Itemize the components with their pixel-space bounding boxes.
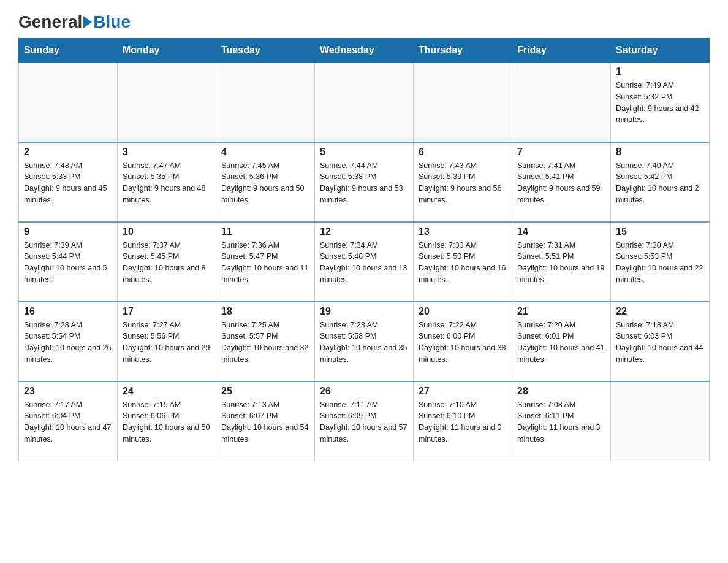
calendar-cell: 28Sunrise: 7:08 AMSunset: 6:11 PMDayligh…	[512, 381, 611, 461]
day-number: 28	[517, 386, 605, 397]
day-header-wednesday: Wednesday	[315, 39, 414, 63]
day-info: Sunrise: 7:25 AMSunset: 5:57 PMDaylight:…	[221, 320, 309, 366]
calendar-cell	[512, 63, 611, 142]
calendar-cell: 16Sunrise: 7:28 AMSunset: 5:54 PMDayligh…	[19, 302, 118, 381]
calendar-cell: 6Sunrise: 7:43 AMSunset: 5:39 PMDaylight…	[414, 142, 512, 222]
day-info: Sunrise: 7:33 AMSunset: 5:50 PMDaylight:…	[419, 240, 507, 286]
day-info: Sunrise: 7:20 AMSunset: 6:01 PMDaylight:…	[517, 320, 605, 366]
calendar-cell: 1Sunrise: 7:49 AMSunset: 5:32 PMDaylight…	[611, 63, 710, 142]
day-number: 12	[320, 226, 408, 237]
day-info: Sunrise: 7:30 AMSunset: 5:53 PMDaylight:…	[616, 240, 704, 286]
day-info: Sunrise: 7:11 AMSunset: 6:09 PMDaylight:…	[320, 399, 408, 445]
day-info: Sunrise: 7:27 AMSunset: 5:56 PMDaylight:…	[123, 320, 211, 366]
logo-arrow-icon	[83, 16, 92, 28]
day-info: Sunrise: 7:13 AMSunset: 6:07 PMDaylight:…	[221, 399, 309, 445]
day-number: 23	[24, 386, 112, 397]
day-header-friday: Friday	[512, 39, 611, 63]
day-info: Sunrise: 7:39 AMSunset: 5:44 PMDaylight:…	[24, 240, 112, 286]
day-header-thursday: Thursday	[414, 39, 512, 63]
day-number: 1	[616, 66, 704, 77]
day-info: Sunrise: 7:10 AMSunset: 6:10 PMDaylight:…	[419, 399, 507, 445]
day-info: Sunrise: 7:36 AMSunset: 5:47 PMDaylight:…	[221, 240, 309, 286]
day-number: 10	[123, 226, 211, 237]
logo-blue-text: Blue	[93, 12, 131, 32]
calendar-header-row: SundayMondayTuesdayWednesdayThursdayFrid…	[19, 39, 710, 63]
day-number: 5	[320, 147, 408, 158]
calendar-cell	[216, 63, 315, 142]
day-number: 21	[517, 306, 605, 317]
day-info: Sunrise: 7:48 AMSunset: 5:33 PMDaylight:…	[24, 160, 112, 206]
calendar-cell: 7Sunrise: 7:41 AMSunset: 5:41 PMDaylight…	[512, 142, 611, 222]
calendar-week-row: 23Sunrise: 7:17 AMSunset: 6:04 PMDayligh…	[19, 381, 710, 461]
calendar-cell: 9Sunrise: 7:39 AMSunset: 5:44 PMDaylight…	[19, 222, 118, 302]
calendar-cell: 11Sunrise: 7:36 AMSunset: 5:47 PMDayligh…	[216, 222, 315, 302]
calendar-cell: 22Sunrise: 7:18 AMSunset: 6:03 PMDayligh…	[611, 302, 710, 381]
day-number: 15	[616, 226, 704, 237]
calendar-cell: 21Sunrise: 7:20 AMSunset: 6:01 PMDayligh…	[512, 302, 611, 381]
calendar-cell: 17Sunrise: 7:27 AMSunset: 5:56 PMDayligh…	[118, 302, 216, 381]
calendar-cell: 27Sunrise: 7:10 AMSunset: 6:10 PMDayligh…	[414, 381, 512, 461]
day-number: 11	[221, 226, 309, 237]
day-header-sunday: Sunday	[19, 39, 118, 63]
day-info: Sunrise: 7:22 AMSunset: 6:00 PMDaylight:…	[419, 320, 507, 366]
calendar-week-row: 16Sunrise: 7:28 AMSunset: 5:54 PMDayligh…	[19, 302, 710, 381]
calendar-table: SundayMondayTuesdayWednesdayThursdayFrid…	[18, 38, 710, 461]
day-number: 19	[320, 306, 408, 317]
calendar-cell	[315, 63, 414, 142]
page-header: General Blue	[18, 12, 710, 32]
day-number: 6	[419, 147, 507, 158]
calendar-cell	[118, 63, 216, 142]
day-info: Sunrise: 7:40 AMSunset: 5:42 PMDaylight:…	[616, 160, 704, 206]
calendar-week-row: 1Sunrise: 7:49 AMSunset: 5:32 PMDaylight…	[19, 63, 710, 142]
day-info: Sunrise: 7:23 AMSunset: 5:58 PMDaylight:…	[320, 320, 408, 366]
calendar-cell: 26Sunrise: 7:11 AMSunset: 6:09 PMDayligh…	[315, 381, 414, 461]
day-info: Sunrise: 7:34 AMSunset: 5:48 PMDaylight:…	[320, 240, 408, 286]
day-number: 4	[221, 147, 309, 158]
day-info: Sunrise: 7:47 AMSunset: 5:35 PMDaylight:…	[123, 160, 211, 206]
logo-general-text: General	[18, 12, 82, 32]
calendar-cell: 23Sunrise: 7:17 AMSunset: 6:04 PMDayligh…	[19, 381, 118, 461]
day-number: 26	[320, 386, 408, 397]
day-number: 8	[616, 147, 704, 158]
day-number: 25	[221, 386, 309, 397]
day-number: 2	[24, 147, 112, 158]
day-info: Sunrise: 7:18 AMSunset: 6:03 PMDaylight:…	[616, 320, 704, 366]
day-number: 14	[517, 226, 605, 237]
day-number: 18	[221, 306, 309, 317]
calendar-cell	[414, 63, 512, 142]
day-header-monday: Monday	[118, 39, 216, 63]
calendar-week-row: 9Sunrise: 7:39 AMSunset: 5:44 PMDaylight…	[19, 222, 710, 302]
day-info: Sunrise: 7:43 AMSunset: 5:39 PMDaylight:…	[419, 160, 507, 206]
day-number: 13	[419, 226, 507, 237]
day-header-saturday: Saturday	[611, 39, 710, 63]
day-header-tuesday: Tuesday	[216, 39, 315, 63]
calendar-cell: 8Sunrise: 7:40 AMSunset: 5:42 PMDaylight…	[611, 142, 710, 222]
logo: General Blue	[18, 12, 131, 32]
calendar-cell	[611, 381, 710, 461]
day-number: 9	[24, 226, 112, 237]
calendar-cell: 5Sunrise: 7:44 AMSunset: 5:38 PMDaylight…	[315, 142, 414, 222]
calendar-cell: 18Sunrise: 7:25 AMSunset: 5:57 PMDayligh…	[216, 302, 315, 381]
day-info: Sunrise: 7:15 AMSunset: 6:06 PMDaylight:…	[123, 399, 211, 445]
day-number: 3	[123, 147, 211, 158]
day-info: Sunrise: 7:28 AMSunset: 5:54 PMDaylight:…	[24, 320, 112, 366]
calendar-cell: 19Sunrise: 7:23 AMSunset: 5:58 PMDayligh…	[315, 302, 414, 381]
day-info: Sunrise: 7:41 AMSunset: 5:41 PMDaylight:…	[517, 160, 605, 206]
calendar-cell: 15Sunrise: 7:30 AMSunset: 5:53 PMDayligh…	[611, 222, 710, 302]
day-number: 22	[616, 306, 704, 317]
day-info: Sunrise: 7:49 AMSunset: 5:32 PMDaylight:…	[616, 80, 704, 126]
day-info: Sunrise: 7:37 AMSunset: 5:45 PMDaylight:…	[123, 240, 211, 286]
calendar-cell: 14Sunrise: 7:31 AMSunset: 5:51 PMDayligh…	[512, 222, 611, 302]
calendar-cell: 2Sunrise: 7:48 AMSunset: 5:33 PMDaylight…	[19, 142, 118, 222]
day-number: 7	[517, 147, 605, 158]
calendar-cell: 13Sunrise: 7:33 AMSunset: 5:50 PMDayligh…	[414, 222, 512, 302]
day-info: Sunrise: 7:31 AMSunset: 5:51 PMDaylight:…	[517, 240, 605, 286]
calendar-cell: 20Sunrise: 7:22 AMSunset: 6:00 PMDayligh…	[414, 302, 512, 381]
day-number: 16	[24, 306, 112, 317]
day-info: Sunrise: 7:45 AMSunset: 5:36 PMDaylight:…	[221, 160, 309, 206]
calendar-cell: 24Sunrise: 7:15 AMSunset: 6:06 PMDayligh…	[118, 381, 216, 461]
day-number: 17	[123, 306, 211, 317]
calendar-cell: 10Sunrise: 7:37 AMSunset: 5:45 PMDayligh…	[118, 222, 216, 302]
calendar-cell: 3Sunrise: 7:47 AMSunset: 5:35 PMDaylight…	[118, 142, 216, 222]
day-number: 24	[123, 386, 211, 397]
